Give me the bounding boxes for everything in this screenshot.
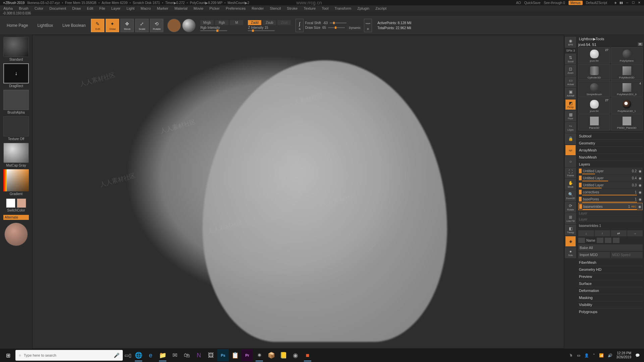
floor-button[interactable]: ▦Floor — [565, 111, 576, 121]
layer-row[interactable]: basePores1◉ — [578, 196, 643, 202]
live-boolean-button[interactable]: Live Boolean — [58, 23, 90, 28]
dynamic-toggle[interactable]: Dynamic — [347, 25, 363, 30]
subtool-item[interactable]: Plane3D — [578, 114, 610, 130]
seethrough-slider[interactable]: See-through 0 — [544, 1, 565, 5]
import-mdd-button[interactable]: Import MDD — [578, 252, 610, 258]
layer-next-button[interactable]: → — [627, 230, 643, 236]
search-box[interactable]: ○ Type here to search 🎤 — [15, 350, 123, 361]
menu-picker[interactable]: Picker — [209, 6, 220, 10]
menu-movie[interactable]: Movie — [194, 6, 203, 10]
taskbar-onenote[interactable]: N — [193, 349, 205, 361]
menu-light[interactable]: Light — [126, 6, 135, 10]
subtool-item[interactable]: 27jcvd-54 — [578, 98, 610, 114]
layer-swap-button[interactable]: ⇄ — [611, 230, 627, 236]
menu-brush[interactable]: Brush — [19, 6, 29, 10]
ao-button[interactable]: AO — [516, 1, 521, 5]
ghost-button[interactable]: ◈ — [565, 236, 576, 247]
menu-file[interactable]: File — [99, 6, 105, 10]
menus-toggle[interactable]: Menus — [569, 1, 583, 5]
bpr-button[interactable]: ◉BPR — [565, 37, 576, 48]
tray-mouse-icon[interactable]: 🖱 — [569, 353, 573, 357]
subtool-item[interactable]: 27jcvd-54 — [578, 47, 610, 63]
mic-icon[interactable]: 🎤 — [114, 353, 119, 358]
minimize-icon[interactable]: ─ — [625, 1, 629, 5]
menu-stroke[interactable]: Stroke — [287, 6, 298, 10]
subtool-item[interactable]: 4PolyMesh3D1_6 — [611, 81, 643, 97]
d-curve-button[interactable]: 〰D — [364, 19, 372, 32]
section-geometryhd[interactable]: Geometry HD — [578, 266, 643, 273]
menu-edit[interactable]: Edit — [87, 6, 93, 10]
brush-thumb[interactable] — [3, 37, 29, 57]
menu-alpha[interactable]: Alpha — [3, 6, 13, 10]
rgb-intensity-slider[interactable]: Rgb Intensity — [200, 26, 243, 31]
close-icon[interactable]: ✕ — [637, 1, 641, 5]
zcut-button[interactable]: Zcut — [277, 20, 291, 25]
taskbar-app2[interactable]: 📒 — [278, 349, 289, 361]
menu-render[interactable]: Render — [252, 6, 264, 10]
section-visibility[interactable]: Visibility — [578, 301, 643, 308]
menu-document[interactable]: Document — [49, 6, 66, 10]
section-arraymesh[interactable]: ArrayMesh — [578, 146, 643, 154]
layer-row[interactable]: Untitled Layer0.3◉ — [578, 182, 643, 188]
eye-icon[interactable]: ◉ — [638, 176, 642, 180]
xyz-button[interactable]: xyz — [565, 145, 576, 156]
mdd-speed-slider[interactable]: MDD Speed — [611, 252, 643, 258]
home-page-button[interactable]: Home Page — [3, 23, 32, 28]
menu-draw[interactable]: Draw — [72, 6, 81, 10]
bake-all-button[interactable]: Bake All — [578, 244, 643, 251]
circle-button[interactable]: ○ — [565, 156, 576, 167]
lock-button[interactable]: 🔒 — [565, 133, 576, 144]
edit-mode-button[interactable]: ✎Edit — [91, 19, 104, 32]
layer-empty[interactable]: Layer — [578, 210, 643, 216]
scale-mode-button[interactable]: ⤢Scale — [135, 19, 149, 32]
name-button[interactable]: Name — [586, 239, 595, 242]
layer-box-3[interactable] — [605, 238, 611, 243]
frame-button[interactable]: ⛶Frame — [565, 168, 576, 178]
solo-button[interactable]: ●Solo — [565, 247, 576, 258]
preview-sphere[interactable] — [4, 223, 28, 246]
tray-tablet-icon[interactable]: ▭ — [577, 353, 580, 358]
taskbar-photoshop[interactable]: Ps — [217, 349, 229, 361]
tool-name[interactable]: jcvd-54. 51R — [578, 43, 643, 47]
menu-material[interactable]: Material — [174, 6, 187, 10]
menu-texture[interactable]: Texture — [304, 6, 316, 10]
task-view[interactable]: ▭▯ — [123, 349, 132, 361]
menu-macro[interactable]: Macro — [141, 6, 151, 10]
scroll-button[interactable]: ⇅Scroll — [565, 54, 576, 64]
section-masking[interactable]: Masking — [578, 294, 643, 301]
section-subtool[interactable]: Subtool — [578, 132, 643, 139]
aahalf-button[interactable]: ▣AAHalf — [565, 88, 576, 99]
subtool-item[interactable]: PolyMesh3D — [611, 64, 643, 80]
move3d-button[interactable]: ✋Move — [565, 179, 576, 190]
spix-label[interactable]: SPix 3 — [566, 48, 576, 53]
eye-icon[interactable]: ◉ — [638, 190, 642, 194]
color-picker[interactable] — [3, 169, 29, 191]
menu-zscript[interactable]: Zscript — [375, 6, 386, 10]
taskbar-premiere[interactable]: Pr — [241, 349, 253, 361]
layer-row[interactable]: Untitled Layer0.4◉ — [578, 175, 643, 181]
zsub-button[interactable]: Zsub — [263, 20, 276, 25]
taskbar-steam[interactable]: ◉ — [290, 349, 301, 361]
lightbox-button[interactable]: LightBox — [33, 23, 57, 28]
menu-stencil[interactable]: Stencil — [270, 6, 281, 10]
taskbar-app1[interactable]: 📦 — [266, 349, 277, 361]
swatch-secondary[interactable] — [17, 198, 26, 208]
zadd-button[interactable]: Zadd — [248, 20, 261, 25]
taskbar-explorer[interactable]: 📁 — [157, 349, 168, 361]
section-preview[interactable]: Preview — [578, 273, 643, 280]
menu-preferences[interactable]: Preferences — [226, 6, 246, 10]
tray-people-icon[interactable]: 👤 — [584, 353, 589, 358]
menu-transform[interactable]: Transform — [334, 6, 351, 10]
section-layers[interactable]: Layers — [578, 161, 643, 168]
eye-icon[interactable]: ◉ — [638, 169, 642, 173]
tray-up-icon[interactable]: ˄ — [593, 353, 595, 358]
layer-box-2[interactable] — [597, 238, 603, 243]
layer-down-button[interactable]: ↓ — [578, 230, 594, 236]
move-mode-button[interactable]: ✥Move — [120, 19, 134, 32]
tray-notifications-icon[interactable]: 💬 — [635, 353, 640, 358]
layer-row[interactable]: correctives1◉ — [578, 189, 643, 195]
section-surface[interactable]: Surface — [578, 280, 643, 287]
default-zscript[interactable]: DefaultZScript — [586, 1, 607, 5]
eye-icon[interactable]: ◉ — [638, 197, 642, 201]
tray-wifi-icon[interactable]: 📶 — [599, 353, 604, 358]
